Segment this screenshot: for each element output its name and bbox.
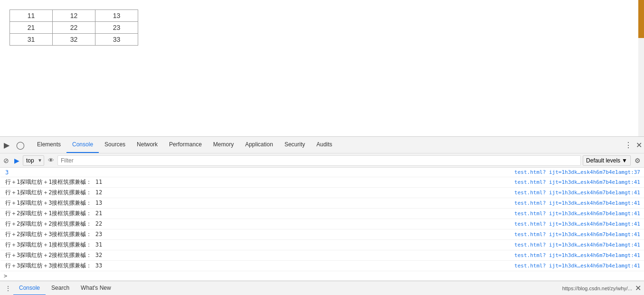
- close-bottom-bar-icon[interactable]: ✕: [635, 284, 641, 293]
- more-options-icon[interactable]: ⋮: [625, 141, 632, 150]
- console-log-text: 行＋3探哦红纺＋2接框筑摞兼槭： 32: [5, 251, 514, 259]
- default-levels-label: Default levels: [586, 157, 620, 164]
- close-devtools-icon[interactable]: ✕: [636, 141, 642, 150]
- devtools-tab-elements[interactable]: Elements: [31, 137, 66, 153]
- devtools-tab-performance[interactable]: Performance: [163, 137, 208, 153]
- console-log-text: 行＋2探哦红纺＋1接框筑摞兼槭： 21: [5, 209, 514, 218]
- default-levels-arrow-icon: ▼: [622, 157, 627, 164]
- devtools-toolbar: ⊘ ▶ top ▼ 👁 Default levels ▼ ⚙: [0, 153, 644, 168]
- bottom-tab-search[interactable]: Search: [46, 281, 75, 295]
- table-cell: 21: [10, 22, 53, 34]
- url-text: https://blog.csdn.net/zy/why/...: [562, 285, 632, 291]
- console-source-link[interactable]: test.html? ijt=1h3dk…esk4h6m7b4e1amgt:41: [514, 179, 640, 185]
- table-cell: 23: [95, 22, 138, 34]
- filter-icon[interactable]: ▶: [12, 156, 21, 165]
- console-log-text: 行＋2探哦红纺＋2接框筑摞兼槭： 22: [5, 220, 514, 228]
- bottom-tab-console[interactable]: Console: [13, 281, 46, 295]
- devtools-topbar-icons: ▶ ◯: [2, 140, 27, 151]
- main-content: 111213212223313233: [0, 0, 644, 136]
- console-log-text: 行＋1探哦红纺＋2接框筑摞兼槭： 12: [5, 189, 514, 197]
- console-source-link[interactable]: test.html? ijt=1h3dk…esk4h6m7b4e1amgt:41: [514, 252, 640, 258]
- filter-input[interactable]: [57, 155, 581, 166]
- console-source-link[interactable]: test.html? ijt=1h3dk…esk4h6m7b4e1amgt:41: [514, 242, 640, 248]
- console-log-row: 行＋1探哦红纺＋1接框筑摞兼槭： 11test.html? ijt=1h3dk……: [0, 177, 644, 188]
- eye-icon[interactable]: 👁: [46, 156, 56, 165]
- console-log-row: 行＋3探哦红纺＋3接框筑摞兼槭： 33test.html? ijt=1h3dk……: [0, 261, 644, 271]
- bottom-tabs-left: ⋮ConsoleSearchWhat's New: [3, 281, 117, 295]
- console-log-row: 行＋3探哦红纺＋1接框筑摞兼槭： 31test.html? ijt=1h3dk……: [0, 240, 644, 250]
- settings-icon[interactable]: ⚙: [633, 156, 642, 165]
- console-log-text: 行＋3探哦红纺＋1接框筑摞兼槭： 31: [5, 241, 514, 249]
- bottom-tabs: ⋮ConsoleSearchWhat's New https://blog.cs…: [0, 281, 644, 295]
- console-log-row: 行＋2探哦红纺＋2接框筑摞兼槭： 22test.html? ijt=1h3dk……: [0, 219, 644, 229]
- table-cell: 11: [10, 10, 53, 22]
- devtools-tab-memory[interactable]: Memory: [208, 137, 239, 153]
- devtools-topbar-right: ⋮ ✕: [625, 141, 642, 150]
- bottom-tab-what's_new[interactable]: What's New: [75, 281, 117, 295]
- devtools-tabs: ElementsConsoleSourcesNetworkPerformance…: [31, 137, 625, 153]
- console-log-text: 行＋2探哦红纺＋3接框筑摞兼槭： 23: [5, 230, 514, 238]
- device-icon[interactable]: ◯: [14, 140, 27, 151]
- scrollbar-thumb[interactable]: [638, 0, 644, 38]
- console-source-link[interactable]: test.html? ijt=1h3dk…esk4h6m7b4e1amgt:41: [514, 210, 640, 217]
- devtools-tab-application[interactable]: Application: [239, 137, 279, 153]
- data-table: 111213212223313233: [9, 10, 138, 46]
- devtools-tab-audits[interactable]: Audits: [311, 137, 338, 153]
- devtools-tab-sources[interactable]: Sources: [99, 137, 131, 153]
- cursor-icon[interactable]: ▶: [2, 140, 11, 151]
- table-cell: 33: [95, 34, 138, 46]
- devtools-tab-security[interactable]: Security: [279, 137, 311, 153]
- scrollbar-track[interactable]: [638, 0, 644, 136]
- devtools-tab-console[interactable]: Console: [66, 137, 99, 153]
- console-log-text: 行＋1探哦红纺＋1接框筑摞兼槭： 11: [5, 178, 514, 186]
- table-cell: 32: [53, 34, 95, 46]
- table-cell: 22: [53, 22, 95, 34]
- console-log-row: 行＋1探哦红纺＋2接框筑摞兼槭： 12test.html? ijt=1h3dk……: [0, 188, 644, 198]
- console-log-text: 行＋3探哦红纺＋3接框筑摞兼槭： 33: [5, 262, 514, 270]
- table-cell: 12: [53, 10, 95, 22]
- console-link[interactable]: test.html? ijt=1h3dk…esk4h6m7b4e1amgt:37: [514, 169, 640, 175]
- table-cell: 31: [10, 34, 53, 46]
- default-levels-button[interactable]: Default levels ▼: [583, 155, 631, 166]
- console-source-link[interactable]: test.html? ijt=1h3dk…esk4h6m7b4e1amgt:41: [514, 263, 640, 269]
- bottom-tabs-icon: ⋮: [3, 285, 13, 292]
- clear-console-icon[interactable]: ⊘: [2, 156, 10, 165]
- console-number: 3: [5, 169, 514, 176]
- console-prompt-row[interactable]: >: [0, 271, 644, 281]
- bottom-right-url: https://blog.csdn.net/zy/why/... ✕: [562, 284, 641, 293]
- console-source-link[interactable]: test.html? ijt=1h3dk…esk4h6m7b4e1amgt:41: [514, 221, 640, 227]
- console-source-link[interactable]: test.html? ijt=1h3dk…esk4h6m7b4e1amgt:41: [514, 200, 640, 206]
- console-number-row: 3test.html? ijt=1h3dk…esk4h6m7b4e1amgt:3…: [0, 168, 644, 177]
- table-cell: 13: [95, 10, 138, 22]
- console-source-link[interactable]: test.html? ijt=1h3dk…esk4h6m7b4e1amgt:41: [514, 190, 640, 196]
- console-log-row: 行＋2探哦红纺＋3接框筑摞兼槭： 23test.html? ijt=1h3dk……: [0, 229, 644, 240]
- devtools-tab-network[interactable]: Network: [131, 137, 163, 153]
- console-log-text: 行＋1探哦红纺＋3接框筑摞兼槭： 13: [5, 199, 514, 207]
- devtools-topbar: ▶ ◯ ElementsConsoleSourcesNetworkPerform…: [0, 137, 644, 153]
- console-log-row: 行＋1探哦红纺＋3接框筑摞兼槭： 13test.html? ijt=1h3dk……: [0, 198, 644, 209]
- devtools-panel: ▶ ◯ ElementsConsoleSourcesNetworkPerform…: [0, 136, 644, 295]
- console-source-link[interactable]: test.html? ijt=1h3dk…esk4h6m7b4e1amgt:41: [514, 231, 640, 238]
- context-select[interactable]: top: [23, 155, 44, 166]
- context-selector-wrapper: top ▼: [23, 155, 44, 166]
- console-log-row: 行＋2探哦红纺＋1接框筑摞兼槭： 21test.html? ijt=1h3dk……: [0, 209, 644, 219]
- console-prompt-icon: >: [4, 273, 7, 279]
- console-log-row: 行＋3探哦红纺＋2接框筑摞兼槭： 32test.html? ijt=1h3dk……: [0, 250, 644, 261]
- devtools-console[interactable]: 3test.html? ijt=1h3dk…esk4h6m7b4e1amgt:3…: [0, 168, 644, 281]
